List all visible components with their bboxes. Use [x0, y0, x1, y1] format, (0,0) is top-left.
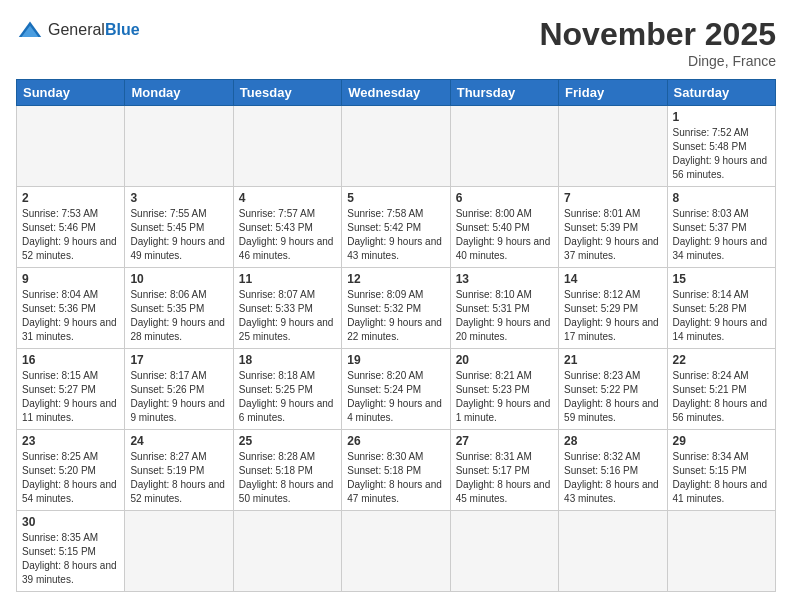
day-number: 4: [239, 191, 336, 205]
calendar-cell-29: 24Sunrise: 8:27 AM Sunset: 5:19 PM Dayli…: [125, 430, 233, 511]
calendar-row-3: 9Sunrise: 8:04 AM Sunset: 5:36 PM Daylig…: [17, 268, 776, 349]
calendar-row-5: 23Sunrise: 8:25 AM Sunset: 5:20 PM Dayli…: [17, 430, 776, 511]
day-info: Sunrise: 8:31 AM Sunset: 5:17 PM Dayligh…: [456, 450, 553, 506]
calendar-cell-7: 2Sunrise: 7:53 AM Sunset: 5:46 PM Daylig…: [17, 187, 125, 268]
calendar-cell-26: 21Sunrise: 8:23 AM Sunset: 5:22 PM Dayli…: [559, 349, 667, 430]
day-number: 18: [239, 353, 336, 367]
day-info: Sunrise: 8:00 AM Sunset: 5:40 PM Dayligh…: [456, 207, 553, 263]
calendar-cell-16: 11Sunrise: 8:07 AM Sunset: 5:33 PM Dayli…: [233, 268, 341, 349]
day-number: 27: [456, 434, 553, 448]
calendar-cell-24: 19Sunrise: 8:20 AM Sunset: 5:24 PM Dayli…: [342, 349, 450, 430]
logo-icon: [16, 16, 44, 44]
day-number: 8: [673, 191, 770, 205]
calendar-cell-18: 13Sunrise: 8:10 AM Sunset: 5:31 PM Dayli…: [450, 268, 558, 349]
weekday-header-thursday: Thursday: [450, 80, 558, 106]
calendar-cell-38: [342, 511, 450, 592]
day-info: Sunrise: 8:12 AM Sunset: 5:29 PM Dayligh…: [564, 288, 661, 344]
day-number: 15: [673, 272, 770, 286]
weekday-header-friday: Friday: [559, 80, 667, 106]
day-info: Sunrise: 8:28 AM Sunset: 5:18 PM Dayligh…: [239, 450, 336, 506]
day-info: Sunrise: 8:20 AM Sunset: 5:24 PM Dayligh…: [347, 369, 444, 425]
day-number: 2: [22, 191, 119, 205]
day-number: 12: [347, 272, 444, 286]
day-info: Sunrise: 8:18 AM Sunset: 5:25 PM Dayligh…: [239, 369, 336, 425]
calendar-cell-12: 7Sunrise: 8:01 AM Sunset: 5:39 PM Daylig…: [559, 187, 667, 268]
day-info: Sunrise: 8:23 AM Sunset: 5:22 PM Dayligh…: [564, 369, 661, 425]
day-number: 26: [347, 434, 444, 448]
day-number: 3: [130, 191, 227, 205]
day-number: 16: [22, 353, 119, 367]
calendar-cell-40: [559, 511, 667, 592]
weekday-header-sunday: Sunday: [17, 80, 125, 106]
calendar-cell-2: [233, 106, 341, 187]
calendar-cell-39: [450, 511, 558, 592]
day-number: 11: [239, 272, 336, 286]
calendar-cell-9: 4Sunrise: 7:57 AM Sunset: 5:43 PM Daylig…: [233, 187, 341, 268]
day-number: 1: [673, 110, 770, 124]
calendar-cell-10: 5Sunrise: 7:58 AM Sunset: 5:42 PM Daylig…: [342, 187, 450, 268]
calendar-cell-34: 29Sunrise: 8:34 AM Sunset: 5:15 PM Dayli…: [667, 430, 775, 511]
calendar-cell-27: 22Sunrise: 8:24 AM Sunset: 5:21 PM Dayli…: [667, 349, 775, 430]
calendar-row-4: 16Sunrise: 8:15 AM Sunset: 5:27 PM Dayli…: [17, 349, 776, 430]
calendar-cell-36: [125, 511, 233, 592]
day-number: 24: [130, 434, 227, 448]
weekday-header-row: SundayMondayTuesdayWednesdayThursdayFrid…: [17, 80, 776, 106]
day-info: Sunrise: 8:32 AM Sunset: 5:16 PM Dayligh…: [564, 450, 661, 506]
day-info: Sunrise: 8:06 AM Sunset: 5:35 PM Dayligh…: [130, 288, 227, 344]
day-info: Sunrise: 8:24 AM Sunset: 5:21 PM Dayligh…: [673, 369, 770, 425]
day-info: Sunrise: 7:57 AM Sunset: 5:43 PM Dayligh…: [239, 207, 336, 263]
weekday-header-saturday: Saturday: [667, 80, 775, 106]
calendar-cell-31: 26Sunrise: 8:30 AM Sunset: 5:18 PM Dayli…: [342, 430, 450, 511]
logo: GeneralBlue: [16, 16, 140, 44]
calendar-cell-17: 12Sunrise: 8:09 AM Sunset: 5:32 PM Dayli…: [342, 268, 450, 349]
calendar-cell-6: 1Sunrise: 7:52 AM Sunset: 5:48 PM Daylig…: [667, 106, 775, 187]
calendar-cell-0: [17, 106, 125, 187]
calendar-cell-28: 23Sunrise: 8:25 AM Sunset: 5:20 PM Dayli…: [17, 430, 125, 511]
day-number: 21: [564, 353, 661, 367]
title-area: November 2025 Dinge, France: [539, 16, 776, 69]
calendar-cell-22: 17Sunrise: 8:17 AM Sunset: 5:26 PM Dayli…: [125, 349, 233, 430]
day-number: 22: [673, 353, 770, 367]
day-info: Sunrise: 8:30 AM Sunset: 5:18 PM Dayligh…: [347, 450, 444, 506]
day-info: Sunrise: 8:34 AM Sunset: 5:15 PM Dayligh…: [673, 450, 770, 506]
day-number: 14: [564, 272, 661, 286]
day-number: 17: [130, 353, 227, 367]
day-info: Sunrise: 8:07 AM Sunset: 5:33 PM Dayligh…: [239, 288, 336, 344]
calendar-cell-32: 27Sunrise: 8:31 AM Sunset: 5:17 PM Dayli…: [450, 430, 558, 511]
day-number: 25: [239, 434, 336, 448]
calendar-cell-33: 28Sunrise: 8:32 AM Sunset: 5:16 PM Dayli…: [559, 430, 667, 511]
day-number: 29: [673, 434, 770, 448]
weekday-header-wednesday: Wednesday: [342, 80, 450, 106]
day-number: 28: [564, 434, 661, 448]
calendar-cell-4: [450, 106, 558, 187]
day-number: 10: [130, 272, 227, 286]
logo-blue-text: Blue: [105, 21, 140, 38]
day-info: Sunrise: 8:21 AM Sunset: 5:23 PM Dayligh…: [456, 369, 553, 425]
day-info: Sunrise: 7:53 AM Sunset: 5:46 PM Dayligh…: [22, 207, 119, 263]
calendar-cell-5: [559, 106, 667, 187]
calendar-cell-13: 8Sunrise: 8:03 AM Sunset: 5:37 PM Daylig…: [667, 187, 775, 268]
calendar: SundayMondayTuesdayWednesdayThursdayFrid…: [16, 79, 776, 592]
month-title: November 2025: [539, 16, 776, 53]
logo-wordmark: GeneralBlue: [48, 21, 140, 39]
day-number: 30: [22, 515, 119, 529]
calendar-cell-21: 16Sunrise: 8:15 AM Sunset: 5:27 PM Dayli…: [17, 349, 125, 430]
day-info: Sunrise: 7:58 AM Sunset: 5:42 PM Dayligh…: [347, 207, 444, 263]
calendar-cell-41: [667, 511, 775, 592]
day-number: 6: [456, 191, 553, 205]
day-info: Sunrise: 8:04 AM Sunset: 5:36 PM Dayligh…: [22, 288, 119, 344]
day-number: 5: [347, 191, 444, 205]
calendar-cell-35: 30Sunrise: 8:35 AM Sunset: 5:15 PM Dayli…: [17, 511, 125, 592]
calendar-cell-19: 14Sunrise: 8:12 AM Sunset: 5:29 PM Dayli…: [559, 268, 667, 349]
day-info: Sunrise: 8:17 AM Sunset: 5:26 PM Dayligh…: [130, 369, 227, 425]
day-info: Sunrise: 8:01 AM Sunset: 5:39 PM Dayligh…: [564, 207, 661, 263]
day-info: Sunrise: 8:14 AM Sunset: 5:28 PM Dayligh…: [673, 288, 770, 344]
location: Dinge, France: [539, 53, 776, 69]
calendar-cell-20: 15Sunrise: 8:14 AM Sunset: 5:28 PM Dayli…: [667, 268, 775, 349]
day-info: Sunrise: 8:09 AM Sunset: 5:32 PM Dayligh…: [347, 288, 444, 344]
header: GeneralBlue November 2025 Dinge, France: [16, 16, 776, 69]
calendar-cell-25: 20Sunrise: 8:21 AM Sunset: 5:23 PM Dayli…: [450, 349, 558, 430]
day-number: 19: [347, 353, 444, 367]
calendar-cell-23: 18Sunrise: 8:18 AM Sunset: 5:25 PM Dayli…: [233, 349, 341, 430]
calendar-cell-15: 10Sunrise: 8:06 AM Sunset: 5:35 PM Dayli…: [125, 268, 233, 349]
